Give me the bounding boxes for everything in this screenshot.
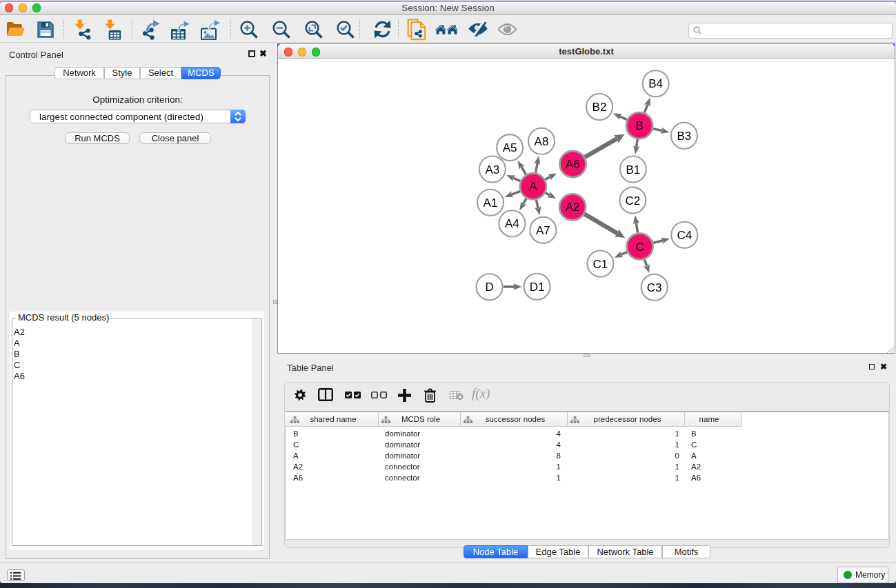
svg-text:C1: C1 xyxy=(593,258,608,271)
svg-text:C4: C4 xyxy=(677,229,692,242)
svg-text:A1: A1 xyxy=(484,196,498,210)
svg-text:B: B xyxy=(635,119,643,132)
svg-text:C2: C2 xyxy=(625,194,640,207)
svg-text:A8: A8 xyxy=(535,135,549,148)
svg-text:A4: A4 xyxy=(505,217,519,230)
svg-text:A6: A6 xyxy=(566,158,580,171)
svg-text:A7: A7 xyxy=(536,224,550,237)
svg-text:C3: C3 xyxy=(647,281,662,294)
svg-text:D: D xyxy=(485,281,493,294)
svg-text:B1: B1 xyxy=(626,163,640,176)
svg-text:D1: D1 xyxy=(530,281,545,294)
svg-text:B4: B4 xyxy=(648,77,663,90)
svg-text:A2: A2 xyxy=(566,201,580,214)
svg-text:C: C xyxy=(635,241,644,254)
svg-text:A3: A3 xyxy=(485,163,499,176)
svg-text:B3: B3 xyxy=(677,130,692,143)
svg-text:A: A xyxy=(529,180,537,193)
svg-text:A5: A5 xyxy=(503,141,517,154)
svg-text:B2: B2 xyxy=(593,101,607,114)
